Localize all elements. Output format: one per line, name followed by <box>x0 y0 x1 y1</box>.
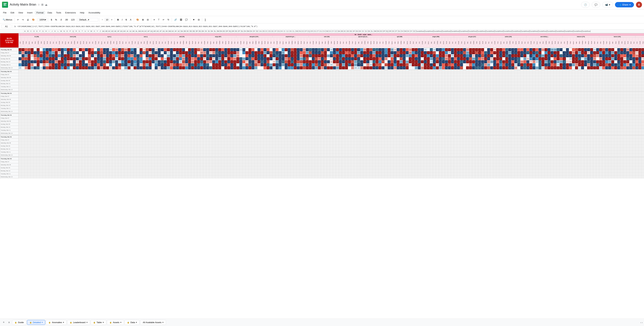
tab-data-dropdown[interactable]: ▾ <box>136 321 137 324</box>
number-format[interactable]: 123 <box>70 18 76 22</box>
tab-leaderboard[interactable]: 🔒 Leaderboard ▾ <box>67 320 90 325</box>
menu-format[interactable]: Format <box>35 11 45 14</box>
font-family-picker[interactable]: Default... ▾ <box>78 18 98 22</box>
data-cell-empty-6-4 <box>257 148 260 150</box>
image-button[interactable]: 🖼 <box>178 18 184 22</box>
data-cell-empty-4-6 <box>170 88 173 91</box>
strikethrough-button[interactable]: S <box>124 18 128 22</box>
fill-color-button[interactable]: 🎨 <box>135 18 140 22</box>
tab-all-assets-dropdown[interactable]: ▾ <box>162 321 164 324</box>
cloud-icon[interactable]: ☁ <box>45 3 48 6</box>
data-cell-empty-8-3 <box>315 166 318 169</box>
merge-button[interactable]: ⊟ <box>146 18 150 22</box>
tab-detailed[interactable]: 🔒 Detailed ▾ <box>27 320 46 325</box>
data-cell-empty-16-4 <box>624 82 626 85</box>
tab-leaderboard-dropdown[interactable]: ▾ <box>86 321 88 324</box>
menu-accessibility[interactable]: Accessibility <box>87 11 102 14</box>
data-cell-empty-14-0 <box>554 157 557 160</box>
decimal-decrease[interactable]: .0 <box>59 18 63 22</box>
tab-guide[interactable]: 🔒 Guide <box>12 320 26 325</box>
data-cell-empty-8-4 <box>324 126 327 129</box>
font-size-control[interactable]: 10 <box>104 18 109 22</box>
redo-button[interactable]: ↪ <box>20 18 25 22</box>
decimal-increase[interactable]: .00 <box>64 18 69 22</box>
data-cell-empty-14-1 <box>548 138 550 142</box>
wrap-button[interactable]: ↵ <box>161 18 166 22</box>
menu-view[interactable]: View <box>16 11 25 14</box>
formula-input[interactable] <box>17 26 643 28</box>
currency-button[interactable]: $ <box>50 18 53 22</box>
data-cell-empty-2-5 <box>97 107 100 110</box>
filter-views-button[interactable]: ⊟ <box>196 18 201 22</box>
data-cell-empty-4-0 <box>197 92 200 95</box>
menu-edit[interactable]: Edit <box>9 11 16 14</box>
tab-all-assets[interactable]: All Available Assets ▾ <box>140 320 166 325</box>
data-cell-empty-8-1 <box>336 95 339 98</box>
video-button[interactable]: 📹 ▾ <box>602 2 613 8</box>
menu-file[interactable]: File <box>1 11 8 14</box>
tab-scroll-right[interactable]: › <box>642 321 643 324</box>
user-avatar[interactable]: B <box>636 2 642 8</box>
tab-table-dropdown[interactable]: ▾ <box>103 321 104 324</box>
tab-detailed-dropdown[interactable]: ▾ <box>42 321 43 324</box>
data-cell-empty-4-1 <box>170 160 173 163</box>
bold-button[interactable]: B <box>116 18 120 22</box>
sheet-menu-button[interactable]: ≡ <box>7 320 12 325</box>
data-cell-empty-8-2 <box>318 76 321 79</box>
data-cell-empty-10-5 <box>388 172 390 176</box>
data-cell-empty-1-4 <box>64 126 67 129</box>
tab-anomalies-dropdown[interactable]: ▾ <box>63 321 64 324</box>
undo-button[interactable]: ↩ <box>16 18 20 22</box>
menus-button[interactable]: 🔍 Menus <box>1 18 14 22</box>
menu-insert[interactable]: Insert <box>25 11 34 14</box>
menu-tools[interactable]: Tools <box>54 11 63 14</box>
menu-help[interactable]: Help <box>78 11 86 14</box>
star-icon[interactable]: ☆ <box>38 3 40 6</box>
data-cell-8-3: +70% <box>312 57 315 60</box>
folder-icon[interactable]: ⊞ <box>41 3 44 6</box>
data-cell-empty-4-5 <box>167 129 170 132</box>
heatmap[interactable]: 94.2%(0 Errors)5:56 PM0x · 1inch · a-joe… <box>0 33 644 325</box>
add-sheet-button[interactable]: + <box>1 320 6 325</box>
data-cell-empty-12-4 <box>478 82 481 85</box>
data-cell-empty-2-6 <box>100 176 103 178</box>
paint-format-button[interactable]: 🎨 <box>31 18 36 22</box>
percent-button[interactable]: % <box>54 18 58 22</box>
data-cell-empty-11-2 <box>424 76 427 79</box>
history-button[interactable]: 🕐 <box>581 2 590 8</box>
comments-button[interactable]: 💬 <box>592 2 600 8</box>
data-cell-empty-13-3 <box>518 144 520 148</box>
tab-assets[interactable]: 🔒 Assets ▾ <box>107 320 124 325</box>
link-button[interactable]: 🔗 <box>173 18 178 22</box>
menu-extensions[interactable]: Extensions <box>64 11 78 14</box>
tab-scroll-left[interactable]: ‹ <box>640 321 641 324</box>
comment-toolbar-button[interactable]: 💬 <box>184 18 189 22</box>
menu-data[interactable]: Data <box>46 11 54 14</box>
data-cell-empty-14-0 <box>548 157 550 160</box>
function-button[interactable]: ∑ <box>203 18 208 22</box>
data-cell-0-5: +30% <box>18 64 22 66</box>
data-cell-empty-7-6 <box>282 110 284 113</box>
rotate-button[interactable]: ↻ <box>166 18 171 22</box>
font-size-increase[interactable]: + <box>110 18 114 22</box>
share-button[interactable]: 👥 Share ▾ <box>615 2 634 8</box>
text-color-button[interactable]: A <box>128 18 133 22</box>
tab-data[interactable]: 🔒 Data ▾ <box>124 320 140 325</box>
data-cell-empty-14-4 <box>542 148 544 150</box>
data-cell-empty-2-3 <box>118 123 121 126</box>
font-size-decrease[interactable]: − <box>100 18 104 22</box>
filter-button[interactable]: ▼ <box>191 18 196 22</box>
tab-anomalies[interactable]: 🔒 Anomalies ▾ <box>46 320 66 325</box>
tab-assets-dropdown[interactable]: ▾ <box>120 321 122 324</box>
data-cell-empty-1-0 <box>76 157 79 160</box>
data-cell-empty-2-6 <box>97 132 100 135</box>
align-button[interactable]: ≡ <box>152 18 156 22</box>
italic-button[interactable]: I <box>120 18 124 22</box>
valign-button[interactable]: ⊤ <box>156 18 161 22</box>
tab-table[interactable]: 🔒 Table ▾ <box>91 320 106 325</box>
print-button[interactable]: 🖨 <box>26 18 30 22</box>
data-cell-empty-6-0 <box>248 114 251 117</box>
cell-reference[interactable] <box>1 25 12 28</box>
zoom-control[interactable]: 100% ▾ <box>38 18 47 22</box>
borders-button[interactable]: ⊞ <box>141 18 145 22</box>
